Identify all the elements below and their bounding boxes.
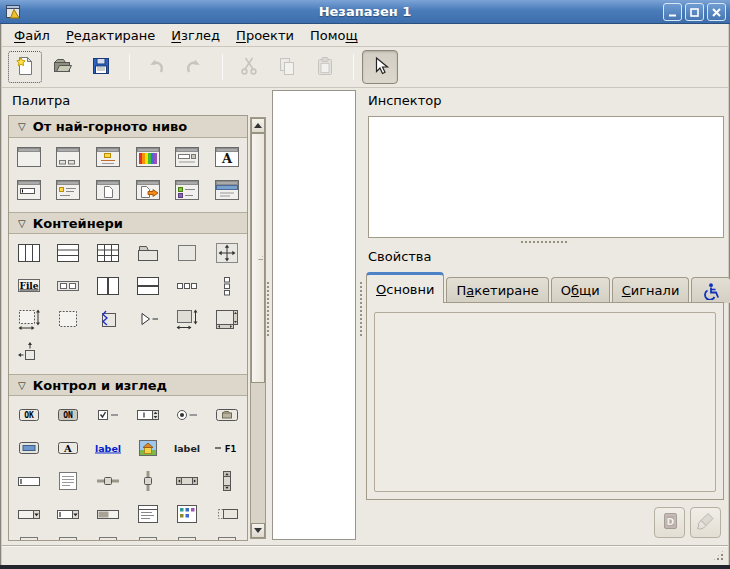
palette-item-clipped-widget[interactable]: [9, 532, 49, 541]
scroll-down-button[interactable]: [251, 523, 265, 538]
accel-label-icon: F1: [214, 436, 240, 463]
selector-button[interactable]: [362, 50, 398, 84]
palette-item-font-button[interactable]: A: [49, 433, 89, 466]
toggle-button-icon: ON: [55, 403, 81, 430]
design-canvas[interactable]: [272, 90, 356, 540]
expander-icon: [135, 307, 161, 334]
menu-item-projects[interactable]: Проекти: [228, 26, 302, 45]
palette-item-layout[interactable]: [207, 304, 247, 337]
palette-item-aspect-frame[interactable]: [168, 304, 208, 337]
palette-item-entry[interactable]: [9, 466, 49, 499]
palette-item-cell-view[interactable]: [207, 499, 247, 532]
menu-item-file[interactable]: Файл: [6, 26, 58, 45]
palette-item-accel-label[interactable]: F1: [207, 433, 247, 466]
tab-common[interactable]: Общи: [551, 277, 610, 303]
palette-item-dialog[interactable]: [49, 142, 89, 175]
palette-item-font-selection-dialog[interactable]: A: [207, 142, 247, 175]
glade-app-icon[interactable]: [5, 4, 21, 20]
palette-item-fixed[interactable]: [207, 238, 247, 271]
palette-item-toggle-button[interactable]: ON: [49, 400, 89, 433]
palette-item-clipped-widget[interactable]: [88, 532, 128, 541]
palette-item-message-dialog[interactable]: [88, 142, 128, 175]
palette-section-containers[interactable]: ▽Контейнери: [9, 212, 247, 234]
palette-item-color-selection-dialog[interactable]: [128, 142, 168, 175]
palette-item-icon-view[interactable]: [168, 499, 208, 532]
close-button[interactable]: [707, 3, 726, 21]
palette-section-control-display[interactable]: ▽Контрол и изглед: [9, 374, 247, 396]
palette-item-check-button[interactable]: [88, 400, 128, 433]
palette-item-combo-box[interactable]: [9, 499, 49, 532]
palette-item-vbuttonbox[interactable]: [207, 271, 247, 304]
palette-item-window[interactable]: [9, 142, 49, 175]
palette-item-hscale[interactable]: [88, 466, 128, 499]
inspector-properties-splitter[interactable]: [520, 240, 568, 245]
palette-scrollbar[interactable]: [250, 117, 266, 539]
palette-item-recent-chooser-dialog[interactable]: [88, 175, 128, 208]
resize-grip[interactable]: [712, 549, 725, 562]
palette-item-hbuttonbox[interactable]: [168, 271, 208, 304]
palette-item-radio-button[interactable]: [168, 400, 208, 433]
palette-section-title: Контейнери: [33, 216, 123, 231]
tab-general[interactable]: Основни: [366, 272, 444, 303]
palette-title: Палитра: [12, 93, 70, 109]
palette-item-button[interactable]: OK: [9, 400, 49, 433]
palette-item-handlebox[interactable]: [88, 304, 128, 337]
palette-item-image[interactable]: [128, 433, 168, 466]
minimize-button[interactable]: [663, 3, 682, 21]
open-button[interactable]: [45, 50, 81, 84]
properties-tabs: ОсновниПакетиранеОбщиСигнали: [366, 271, 726, 303]
palette-item-scrolled-window[interactable]: [9, 304, 49, 337]
palette-item-file-chooser-save-dialog[interactable]: [128, 175, 168, 208]
palette-item-text-view[interactable]: [49, 466, 89, 499]
palette-item-toolbar-widget[interactable]: [49, 271, 89, 304]
inspector-tree[interactable]: [368, 116, 724, 238]
palette-grid-toplevel: A: [9, 138, 247, 212]
palette-item-tree-view[interactable]: [128, 499, 168, 532]
palette-item-spin-button[interactable]: [128, 400, 168, 433]
palette-item-hscrollbar[interactable]: [168, 466, 208, 499]
palette-item-input-dialog[interactable]: [9, 175, 49, 208]
title-bar[interactable]: Незапазен 1: [0, 0, 730, 24]
palette-item-label[interactable]: label: [168, 433, 208, 466]
palette-item-clipped-widget[interactable]: [207, 532, 247, 541]
palette-item-assistant[interactable]: [207, 175, 247, 208]
palette-item-about-dialog[interactable]: [168, 175, 208, 208]
scroll-up-button[interactable]: [251, 118, 265, 133]
palette-item-menubar[interactable]: File: [9, 271, 49, 304]
palette-item-vscrollbar[interactable]: [207, 466, 247, 499]
palette-item-vscale[interactable]: [128, 466, 168, 499]
menu-item-edit[interactable]: Редактиране: [58, 26, 163, 45]
palette-item-file-chooser-button[interactable]: [207, 400, 247, 433]
palette-item-clipped-widget[interactable]: [49, 532, 89, 541]
tab-accessibility[interactable]: [691, 277, 730, 303]
palette-item-color-button[interactable]: [9, 433, 49, 466]
palette-item-table[interactable]: [88, 238, 128, 271]
palette-item-viewport[interactable]: [49, 304, 89, 337]
palette-item-progress-bar[interactable]: [88, 499, 128, 532]
palette-item-alignment[interactable]: [9, 337, 49, 370]
palette-item-hpaned[interactable]: [88, 271, 128, 304]
palette-item-link-button[interactable]: label: [88, 433, 128, 466]
palette-item-frame[interactable]: [168, 238, 208, 271]
tab-packing[interactable]: Пакетиране: [446, 277, 548, 303]
maximize-button[interactable]: [685, 3, 704, 21]
save-button[interactable]: [83, 50, 119, 84]
palette-item-message-box[interactable]: [49, 175, 89, 208]
palette-item-notebook[interactable]: [128, 238, 168, 271]
palette-item-clipped-widget[interactable]: [128, 532, 168, 541]
canvas-inspector-splitter[interactable]: [359, 281, 364, 337]
palette-canvas-splitter[interactable]: [266, 281, 271, 337]
palette-item-hbox[interactable]: [49, 238, 89, 271]
menu-item-view[interactable]: Изглед: [163, 26, 228, 45]
palette-section-toplevel[interactable]: ▽От най-горното ниво: [9, 116, 247, 138]
scrollbar-thumb[interactable]: [251, 133, 265, 383]
new-button[interactable]: [7, 50, 43, 84]
palette-item-expander[interactable]: [128, 304, 168, 337]
palette-item-vbox[interactable]: [9, 238, 49, 271]
palette-item-file-chooser-dialog[interactable]: [168, 142, 208, 175]
palette-item-clipped-widget[interactable]: [168, 532, 208, 541]
palette-item-vpaned[interactable]: [128, 271, 168, 304]
palette-item-combo-box-entry[interactable]: [49, 499, 89, 532]
tab-signals[interactable]: Сигнали: [612, 277, 690, 303]
menu-item-help[interactable]: Помощ: [302, 26, 366, 45]
